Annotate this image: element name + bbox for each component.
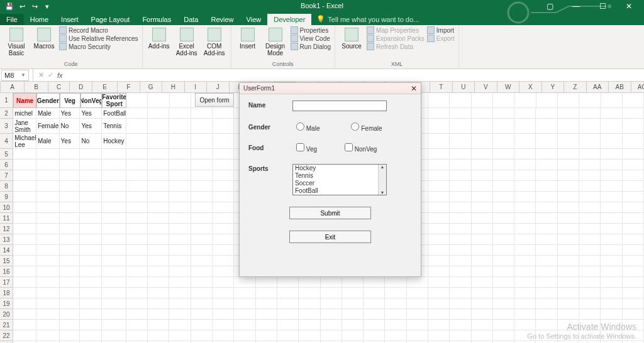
cell-sport[interactable]: FootBall: [102, 108, 126, 119]
cell[interactable]: [493, 108, 514, 119]
cell[interactable]: [536, 192, 557, 202]
cell[interactable]: [299, 309, 320, 320]
tab-file[interactable]: File: [0, 14, 24, 25]
col-header-V[interactable]: V: [475, 82, 497, 92]
cell[interactable]: [256, 288, 277, 298]
header-sport[interactable]: Favorite Sport: [102, 93, 126, 108]
cell[interactable]: [36, 266, 60, 277]
cell[interactable]: [299, 288, 320, 298]
cell[interactable]: [428, 108, 450, 119]
cell[interactable]: [579, 245, 601, 256]
cell[interactable]: [102, 309, 126, 320]
cell[interactable]: [428, 234, 450, 245]
row-header[interactable]: 6: [0, 160, 13, 170]
cell[interactable]: [493, 277, 514, 288]
cell[interactable]: [80, 266, 102, 277]
col-header-A[interactable]: A: [1, 82, 25, 92]
cell[interactable]: [102, 234, 126, 245]
cell[interactable]: [493, 93, 514, 108]
cell[interactable]: [60, 288, 80, 298]
cell[interactable]: [60, 309, 80, 320]
cell[interactable]: [601, 298, 622, 309]
cell[interactable]: [601, 213, 622, 224]
cell[interactable]: [623, 234, 644, 245]
cell[interactable]: [601, 134, 622, 149]
cell[interactable]: [191, 149, 213, 160]
cell[interactable]: [126, 202, 148, 213]
cell[interactable]: [213, 108, 234, 119]
cell[interactable]: [601, 277, 622, 288]
cell[interactable]: [623, 170, 644, 181]
cell[interactable]: [277, 288, 299, 298]
cell[interactable]: [13, 181, 36, 192]
cell[interactable]: [601, 119, 622, 134]
cell[interactable]: [601, 224, 622, 234]
tab-insert[interactable]: Insert: [55, 14, 85, 25]
col-header-AC[interactable]: AC: [631, 82, 645, 92]
maximize-icon[interactable]: ☐: [594, 1, 611, 11]
cell[interactable]: [299, 298, 320, 309]
cell[interactable]: [514, 149, 536, 160]
cell[interactable]: [407, 288, 428, 298]
col-header-J[interactable]: J: [207, 82, 230, 92]
com-addins-button[interactable]: COM Add-ins: [202, 26, 227, 57]
cell[interactable]: [102, 160, 126, 170]
cell[interactable]: [514, 119, 536, 134]
cell[interactable]: [191, 309, 213, 320]
close-icon[interactable]: ✕: [620, 1, 638, 11]
cell[interactable]: [102, 288, 126, 298]
cell[interactable]: [234, 277, 255, 288]
cell[interactable]: [102, 213, 126, 224]
cell[interactable]: [213, 266, 234, 277]
col-header-C[interactable]: C: [48, 82, 70, 92]
cell[interactable]: [213, 192, 234, 202]
cell[interactable]: [169, 320, 191, 330]
cell[interactable]: [493, 119, 514, 134]
cell[interactable]: [60, 277, 80, 288]
import-button[interactable]: Import: [427, 26, 455, 34]
cell[interactable]: [450, 202, 471, 213]
cell[interactable]: [148, 266, 169, 277]
cell[interactable]: [385, 320, 406, 330]
cell[interactable]: [148, 298, 169, 309]
row-header[interactable]: 20: [0, 309, 13, 320]
list-item[interactable]: Hockey: [293, 165, 386, 172]
cell[interactable]: [148, 213, 169, 224]
cell[interactable]: [169, 266, 191, 277]
cell[interactable]: [450, 119, 471, 134]
cell[interactable]: [579, 170, 601, 181]
cell[interactable]: [36, 309, 60, 320]
cell-gender[interactable]: Male: [36, 134, 60, 149]
cell[interactable]: [191, 181, 213, 192]
cell[interactable]: [191, 288, 213, 298]
undo-icon[interactable]: ↩: [18, 2, 26, 11]
cell[interactable]: [80, 181, 102, 192]
macros-button[interactable]: Macros: [31, 26, 57, 50]
exit-button[interactable]: Exit: [289, 231, 371, 243]
row-header[interactable]: 14: [0, 245, 13, 256]
cell[interactable]: [169, 213, 191, 224]
male-radio[interactable]: Male: [296, 122, 319, 132]
cell[interactable]: [13, 245, 36, 256]
cell[interactable]: [126, 181, 148, 192]
excel-addins-button[interactable]: Excel Add-ins: [174, 26, 199, 57]
cell[interactable]: [472, 192, 493, 202]
scroll-up-icon[interactable]: ▲: [380, 165, 385, 169]
cell[interactable]: [428, 309, 450, 320]
cell[interactable]: [514, 288, 536, 298]
cell[interactable]: [601, 256, 622, 266]
fx-icon[interactable]: fx: [57, 72, 63, 79]
cell[interactable]: [514, 202, 536, 213]
cell[interactable]: [213, 213, 234, 224]
cell[interactable]: [13, 149, 36, 160]
cell[interactable]: [428, 93, 450, 108]
cell[interactable]: [213, 134, 234, 149]
cell[interactable]: [126, 224, 148, 234]
cell[interactable]: [428, 149, 450, 160]
cell[interactable]: [36, 170, 60, 181]
cell[interactable]: [493, 213, 514, 224]
cell[interactable]: [472, 134, 493, 149]
cell[interactable]: [13, 288, 36, 298]
cell[interactable]: [170, 93, 191, 108]
cell[interactable]: [36, 149, 60, 160]
